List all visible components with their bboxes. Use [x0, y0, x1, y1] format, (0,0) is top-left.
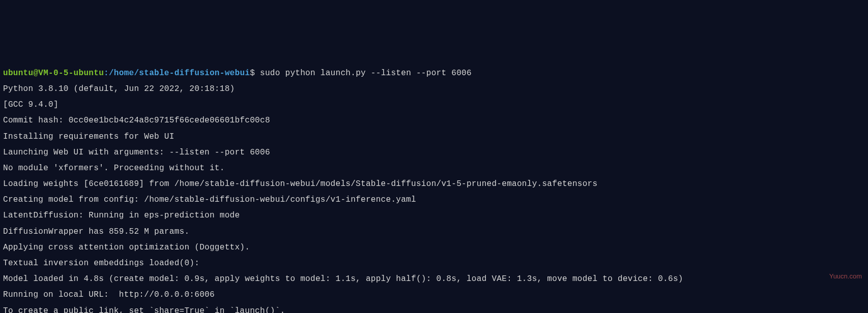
command-input[interactable]: sudo python launch.py --listen --port 60…	[260, 69, 472, 78]
output-line: Textual inversion embeddings loaded(0):	[3, 256, 865, 271]
output-line: Model loaded in 4.8s (create model: 0.9s…	[3, 271, 865, 287]
output-line: Loading weights [6ce0161689] from /home/…	[3, 176, 865, 192]
prompt-user: ubuntu@VM-0-5-ubuntu	[3, 69, 104, 78]
output-line: No module 'xformers'. Proceeding without…	[3, 161, 865, 176]
output-line: Creating model from config: /home/stable…	[3, 192, 865, 208]
prompt-line: ubuntu@VM-0-5-ubuntu:/home/stable-diffus…	[3, 66, 865, 81]
output-line: Running on local URL: http://0.0.0.0:600…	[3, 287, 865, 303]
output-line: Python 3.8.10 (default, Jun 22 2022, 20:…	[3, 81, 865, 97]
output-line: To create a public link, set `share=True…	[3, 303, 865, 313]
output-line: LatentDiffusion: Running in eps-predicti…	[3, 208, 865, 224]
output-line: Commit hash: 0cc0ee1bcb4c24a8c9715f66ced…	[3, 113, 865, 129]
output-line: [GCC 9.4.0]	[3, 97, 865, 113]
prompt-path: /home/stable-diffusion-webui	[109, 69, 250, 78]
prompt-dollar: $	[250, 69, 255, 78]
output-line: DiffusionWrapper has 859.52 M params.	[3, 224, 865, 240]
output-line: Launching Web UI with arguments: --liste…	[3, 145, 865, 161]
prompt-separator: :	[104, 69, 109, 78]
output-line: Applying cross attention optimization (D…	[3, 240, 865, 256]
terminal-window[interactable]: ubuntu@VM-0-5-ubuntu:/home/stable-diffus…	[3, 66, 865, 313]
output-line: Installing requirements for Web UI	[3, 129, 865, 145]
watermark: Yuucn.com	[829, 270, 862, 283]
